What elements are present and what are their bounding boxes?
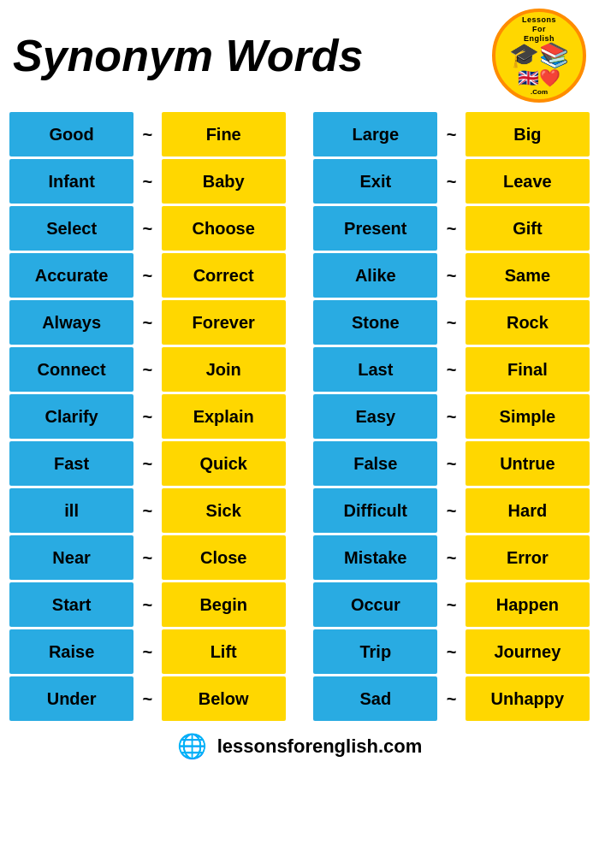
list-item: Last — [313, 347, 437, 392]
list-item: Forever — [162, 300, 286, 345]
list-item: Stone — [313, 300, 437, 345]
list-item: Sad — [313, 676, 437, 721]
tilde-separator: ~ — [136, 159, 158, 204]
list-item: Good — [9, 112, 133, 156]
list-item: Trip — [313, 629, 437, 674]
tilde-separator: ~ — [136, 582, 158, 627]
tilde-separator: ~ — [440, 676, 462, 721]
column-divider — [288, 300, 311, 345]
column-divider — [288, 394, 311, 439]
column-divider — [288, 582, 311, 627]
list-item: Present — [313, 206, 437, 251]
tilde-separator: ~ — [136, 112, 158, 156]
logo-top-text: LessonsForEnglish — [522, 15, 556, 43]
footer: 🌐 lessonsforenglish.com — [0, 723, 599, 769]
footer-globe-icon: 🌐 — [177, 732, 207, 760]
column-divider — [288, 159, 311, 204]
tilde-separator: ~ — [440, 300, 462, 345]
tilde-separator: ~ — [440, 441, 462, 486]
logo-bottom-text: .Com — [531, 88, 548, 96]
list-item: False — [313, 441, 437, 486]
tilde-separator: ~ — [136, 394, 158, 439]
list-item: Connect — [9, 347, 133, 392]
list-item: Quick — [162, 441, 286, 486]
page-title: Synonym Words — [13, 33, 363, 78]
list-item: Leave — [466, 159, 590, 204]
column-divider — [288, 112, 311, 156]
list-item: Choose — [162, 206, 286, 251]
list-item: Error — [466, 535, 590, 580]
list-item: Fast — [9, 441, 133, 486]
column-divider — [288, 629, 311, 674]
tilde-separator: ~ — [440, 206, 462, 251]
list-item: Below — [162, 676, 286, 721]
column-divider — [288, 253, 311, 298]
list-item: Baby — [162, 159, 286, 204]
list-item: Accurate — [9, 253, 133, 298]
list-item: Start — [9, 582, 133, 627]
list-item: Unhappy — [466, 676, 590, 721]
logo-icon: 🎓📚 — [509, 44, 569, 68]
tilde-separator: ~ — [136, 206, 158, 251]
list-item: Begin — [162, 582, 286, 627]
list-item: Large — [313, 112, 437, 156]
list-item: ill — [9, 488, 133, 533]
tilde-separator: ~ — [136, 629, 158, 674]
list-item: Gift — [466, 206, 590, 251]
column-divider — [288, 347, 311, 392]
list-item: Exit — [313, 159, 437, 204]
list-item: Easy — [313, 394, 437, 439]
tilde-separator: ~ — [440, 394, 462, 439]
column-divider — [288, 488, 311, 533]
tilde-separator: ~ — [136, 535, 158, 580]
list-item: Infant — [9, 159, 133, 204]
list-item: Lift — [162, 629, 286, 674]
tilde-separator: ~ — [136, 253, 158, 298]
tilde-separator: ~ — [440, 112, 462, 156]
list-item: Raise — [9, 629, 133, 674]
column-divider — [288, 441, 311, 486]
tilde-separator: ~ — [440, 535, 462, 580]
synonym-table: Good ~ Fine Large ~ Big Infant ~ Baby Ex… — [7, 109, 592, 723]
list-item: Near — [9, 535, 133, 580]
list-item: Under — [9, 676, 133, 721]
list-item: Select — [9, 206, 133, 251]
tilde-separator: ~ — [440, 253, 462, 298]
tilde-separator: ~ — [440, 347, 462, 392]
list-item: Difficult — [313, 488, 437, 533]
tilde-separator: ~ — [136, 300, 158, 345]
tilde-separator: ~ — [136, 488, 158, 533]
logo: LessonsForEnglish 🎓📚 🇬🇧❤️ .Com — [492, 9, 586, 103]
tilde-separator: ~ — [136, 441, 158, 486]
footer-website: lessonsforenglish.com — [217, 735, 423, 758]
column-divider — [288, 206, 311, 251]
tilde-separator: ~ — [440, 582, 462, 627]
tilde-separator: ~ — [440, 629, 462, 674]
list-item: Untrue — [466, 441, 590, 486]
list-item: Clarify — [9, 394, 133, 439]
tilde-separator: ~ — [136, 676, 158, 721]
list-item: Alike — [313, 253, 437, 298]
synonym-table-container: Good ~ Fine Large ~ Big Infant ~ Baby Ex… — [0, 109, 599, 723]
list-item: Hard — [466, 488, 590, 533]
list-item: Explain — [162, 394, 286, 439]
list-item: Close — [162, 535, 286, 580]
tilde-separator: ~ — [440, 159, 462, 204]
list-item: Journey — [466, 629, 590, 674]
list-item: Rock — [466, 300, 590, 345]
list-item: Join — [162, 347, 286, 392]
list-item: Always — [9, 300, 133, 345]
list-item: Big — [466, 112, 590, 156]
list-item: Occur — [313, 582, 437, 627]
list-item: Final — [466, 347, 590, 392]
header: Synonym Words LessonsForEnglish 🎓📚 🇬🇧❤️ … — [0, 0, 599, 109]
tilde-separator: ~ — [136, 347, 158, 392]
list-item: Happen — [466, 582, 590, 627]
list-item: Correct — [162, 253, 286, 298]
list-item: Mistake — [313, 535, 437, 580]
column-divider — [288, 676, 311, 721]
column-divider — [288, 535, 311, 580]
logo-flag: 🇬🇧❤️ — [518, 68, 560, 88]
tilde-separator: ~ — [440, 488, 462, 533]
list-item: Simple — [466, 394, 590, 439]
